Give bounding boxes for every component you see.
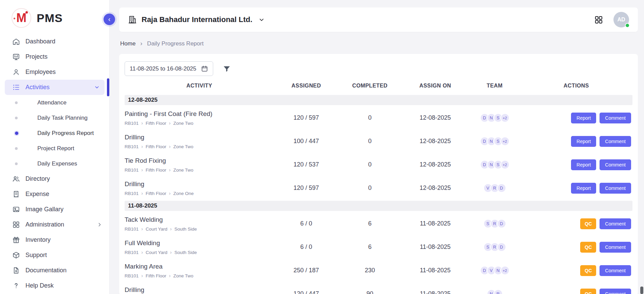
sidebar-item-inventory[interactable]: Inventory bbox=[0, 232, 109, 248]
activity-path: RB101›Fifth Floor›Zone Two bbox=[125, 121, 271, 126]
sidebar-collapse-button[interactable]: ‹ bbox=[104, 14, 115, 25]
table-row: Painting - First Coat (Fire Red)RB101›Fi… bbox=[125, 106, 632, 130]
filter-row: 11-08-2025 to 16-08-2025 bbox=[125, 61, 632, 76]
team-more-badge[interactable]: +2 bbox=[500, 160, 510, 169]
actions-cell: QCComment bbox=[520, 218, 632, 229]
path-segment: Court Yard bbox=[146, 250, 167, 255]
team-cell: DNS+2 bbox=[469, 113, 520, 122]
team-cell: VRD bbox=[469, 183, 520, 193]
app-logo[interactable]: M PMS bbox=[0, 0, 109, 33]
report-button[interactable]: Report bbox=[571, 183, 596, 194]
comment-button[interactable]: Comment bbox=[600, 136, 631, 147]
report-button[interactable]: Report bbox=[571, 136, 596, 147]
sidebar-item-label: Projects bbox=[25, 53, 48, 60]
team-cell: DVN+2 bbox=[469, 266, 520, 275]
sidebar-item-help-desk[interactable]: Help Desk bbox=[0, 278, 109, 293]
completed-value: 90 bbox=[338, 290, 401, 294]
path-segment: RB101 bbox=[125, 168, 139, 173]
chevron-right-icon: › bbox=[140, 40, 142, 47]
report-button[interactable]: Report bbox=[571, 159, 596, 170]
bullet-icon bbox=[15, 117, 18, 119]
sidebar-item-label: Activities bbox=[25, 84, 50, 91]
assigned-value: 100 / 447 bbox=[274, 138, 338, 145]
path-segment: Zone One bbox=[173, 191, 194, 196]
sidebar-subitem-daily-expenses[interactable]: Daily Expenses bbox=[0, 156, 109, 171]
sidebar-item-directory[interactable]: Directory bbox=[0, 171, 109, 187]
sidebar-item-activities[interactable]: Activities bbox=[5, 80, 105, 95]
chevron-right-icon: › bbox=[170, 227, 172, 231]
sidebar-item-documentation[interactable]: Documentation bbox=[0, 263, 109, 278]
scrollbar-thumb[interactable] bbox=[640, 287, 643, 294]
user-avatar[interactable]: AD bbox=[613, 12, 629, 27]
comment-button[interactable]: Comment bbox=[600, 289, 631, 294]
sidebar-item-image-gallary[interactable]: Image Gallary bbox=[0, 202, 109, 217]
filter-icon[interactable] bbox=[223, 65, 231, 73]
sidebar-subitem-daily-progress-report[interactable]: Daily Progress Report bbox=[0, 125, 109, 141]
assigned-value: 6 / 0 bbox=[274, 220, 338, 227]
actions-cell: QCComment bbox=[520, 242, 632, 253]
activity-path: RB101›Fifth Floor›Zone Two bbox=[125, 144, 271, 149]
sidebar-item-support[interactable]: Support bbox=[0, 248, 109, 263]
path-segment: Zone Two bbox=[173, 168, 193, 173]
column-header-assign-on: ASSIGN ON bbox=[401, 83, 469, 89]
sidebar-item-label: Support bbox=[25, 252, 47, 259]
comment-button[interactable]: Comment bbox=[600, 218, 631, 229]
sidebar-subitem-daily-task-planning[interactable]: Daily Task Planning bbox=[0, 110, 109, 125]
chevron-right-icon: › bbox=[170, 250, 172, 255]
comment-button[interactable]: Comment bbox=[600, 183, 631, 194]
team-avatar: D bbox=[497, 219, 506, 228]
team-more-badge[interactable]: +2 bbox=[500, 137, 510, 146]
qc-button[interactable]: QC bbox=[580, 242, 596, 253]
sidebar-item-label: Image Gallary bbox=[25, 206, 63, 213]
sidebar-item-administration[interactable]: Administration bbox=[0, 217, 109, 232]
actions-cell: ReportComment bbox=[520, 136, 632, 147]
report-button[interactable]: Report bbox=[571, 113, 596, 123]
sidebar-item-employees[interactable]: Employees bbox=[0, 64, 109, 80]
table-row: DrillingRB101›Fifth Floor›Zone One120 / … bbox=[125, 176, 632, 200]
path-segment: Fifth Floor bbox=[146, 121, 166, 126]
sidebar-item-label: Documentation bbox=[25, 267, 67, 274]
date-range-input[interactable]: 11-08-2025 to 16-08-2025 bbox=[125, 61, 213, 76]
bullet-icon bbox=[15, 162, 18, 165]
qc-button[interactable]: QC bbox=[580, 218, 596, 229]
sidebar: M PMS ‹ DashboardProjectsEmployeesActivi… bbox=[0, 0, 110, 294]
qc-button[interactable]: QC bbox=[580, 265, 596, 276]
actions-cell: ReportComment bbox=[520, 113, 632, 123]
directory-icon bbox=[12, 175, 20, 183]
team-cell: SRD bbox=[469, 242, 520, 252]
actions-cell: ReportComment bbox=[520, 159, 632, 170]
path-segment: Zone Two bbox=[173, 121, 193, 126]
breadcrumb-home[interactable]: Home bbox=[120, 40, 135, 47]
path-segment: RB101 bbox=[125, 191, 139, 196]
sidebar-item-label: Employees bbox=[25, 68, 56, 76]
sidebar-subitem-attendance[interactable]: Attendance bbox=[0, 95, 109, 110]
team-more-badge[interactable]: +2 bbox=[500, 113, 510, 122]
app-name: PMS bbox=[37, 12, 63, 25]
completed-value: 0 bbox=[338, 138, 401, 145]
qc-button[interactable]: QC bbox=[580, 289, 596, 294]
chevron-right-icon: › bbox=[169, 191, 171, 196]
comment-button[interactable]: Comment bbox=[600, 242, 631, 253]
column-header-completed: COMPLETED bbox=[338, 83, 401, 89]
sidebar-item-dashboard[interactable]: Dashboard bbox=[0, 34, 109, 49]
activity-title: Drilling bbox=[125, 180, 271, 188]
employees-icon bbox=[12, 68, 20, 76]
top-header: Raja Bahadur International Ltd. AD bbox=[119, 7, 638, 32]
sidebar-item-projects[interactable]: Projects bbox=[0, 49, 109, 64]
main-content: Raja Bahadur International Ltd. AD Home … bbox=[110, 0, 644, 294]
sidebar-subitem-label: Project Report bbox=[37, 145, 74, 152]
comment-button[interactable]: Comment bbox=[600, 113, 631, 123]
activity-cell: DrillingRB101›Fifth Floor›Zone Two bbox=[125, 131, 274, 152]
comment-button[interactable]: Comment bbox=[600, 159, 631, 170]
sidebar-item-expense[interactable]: Expense bbox=[0, 187, 109, 202]
apps-grid-icon[interactable] bbox=[594, 15, 603, 24]
building-icon bbox=[128, 15, 137, 24]
path-segment: RB101 bbox=[125, 227, 139, 232]
company-selector[interactable]: Raja Bahadur International Ltd. bbox=[128, 15, 265, 24]
assigned-value: 120 / 447 bbox=[274, 290, 338, 294]
team-more-badge[interactable]: +2 bbox=[500, 266, 510, 275]
activities-icon bbox=[12, 83, 20, 91]
comment-button[interactable]: Comment bbox=[600, 265, 631, 276]
team-avatar: D bbox=[497, 242, 506, 252]
sidebar-subitem-project-report[interactable]: Project Report bbox=[0, 141, 109, 156]
